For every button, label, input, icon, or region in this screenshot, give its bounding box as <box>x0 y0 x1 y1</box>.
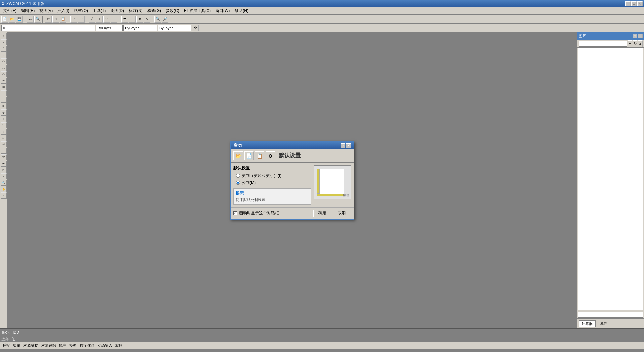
copy-button[interactable]: ⎘ <box>52 16 59 23</box>
dialog-close-button[interactable]: ✕ <box>346 143 351 148</box>
move-tool[interactable]: ✥ <box>1 109 7 116</box>
properties-tab[interactable]: 属性 <box>597 320 610 327</box>
new-button[interactable]: 📄 <box>1 16 8 23</box>
zoom-tool[interactable]: 🔍 <box>1 180 7 186</box>
dialog-open-button[interactable]: 📂 <box>233 151 243 160</box>
redo-button[interactable]: ↪ <box>78 16 85 23</box>
open-button[interactable]: 📂 <box>9 16 15 23</box>
polyline-tool[interactable]: ⌒ <box>1 46 7 52</box>
rotate-tool[interactable]: ↻ <box>1 122 7 128</box>
imperial-radio[interactable]: 英制（英尺和英寸）(I) <box>236 173 311 179</box>
preview-button[interactable]: 🔍 <box>34 16 41 23</box>
menu-item-12[interactable]: 帮助(H) <box>232 7 250 14</box>
circle-tool[interactable]: ○ <box>1 52 7 58</box>
menu-item-8[interactable]: 检查(G) <box>145 7 163 14</box>
array-tool[interactable]: ⊟ <box>1 167 7 173</box>
block-tool[interactable]: ⊞ <box>1 103 7 109</box>
scale-button[interactable]: ⤡ <box>144 16 150 23</box>
menu-item-2[interactable]: 视图(V) <box>37 7 55 14</box>
show-dialog-checkbox[interactable] <box>233 211 237 215</box>
spline-tool[interactable]: 〜 <box>1 78 7 84</box>
arc-button[interactable]: ◠ <box>103 16 110 23</box>
right-panel-filter-button[interactable]: ▼ <box>628 40 632 47</box>
fillet-tool[interactable]: ⌐ <box>1 148 7 154</box>
command-input[interactable] <box>19 329 643 335</box>
right-panel-close-button[interactable]: ✕ <box>638 34 643 38</box>
dialog-section-label: 默认设置 <box>279 152 301 159</box>
print-button[interactable]: 🖨 <box>27 16 34 23</box>
dialog-drawing-button[interactable]: 📋 <box>255 151 264 160</box>
lineweight-dropdown[interactable]: ByLayer <box>158 25 191 31</box>
right-panel-refresh-button[interactable]: ↻ <box>633 40 638 47</box>
menu-item-10[interactable]: ET扩展工具(X) <box>182 7 213 14</box>
mirror-button[interactable]: ⇌ <box>121 16 128 23</box>
dim-tool[interactable]: ↔ <box>1 97 7 103</box>
snap-status[interactable]: 捕捉 <box>1 343 11 348</box>
minimize-button[interactable]: — <box>625 1 631 6</box>
cut-button[interactable]: ✂ <box>45 16 52 23</box>
layer-tool[interactable]: ≡ <box>1 173 7 179</box>
digitizer-status[interactable]: 数字化仪 <box>78 343 96 348</box>
erase-tool[interactable]: ⌫ <box>1 154 7 160</box>
menu-item-4[interactable]: 格式(O) <box>72 7 90 14</box>
menu-item-3[interactable]: 插入(I) <box>55 7 71 14</box>
right-panel-float-button[interactable]: ◳ <box>633 34 637 38</box>
metric-radio[interactable]: 公制(M) <box>236 180 311 186</box>
paste-button[interactable]: 📋 <box>60 16 66 23</box>
text-tool[interactable]: A <box>1 90 7 96</box>
right-panel-bottom-input[interactable] <box>578 312 643 318</box>
menu-item-0[interactable]: 文件(F) <box>1 7 18 14</box>
hatch-tool[interactable]: ▦ <box>1 84 7 90</box>
menu-item-9[interactable]: 参数(C) <box>164 7 181 14</box>
save-button[interactable]: 💾 <box>16 16 23 23</box>
zoom-out-button[interactable]: 🔎 <box>162 16 168 23</box>
right-panel-search-input[interactable] <box>579 41 627 47</box>
dialog-settings-button[interactable]: ⚙ <box>266 151 275 160</box>
pan-tool[interactable]: ✋ <box>1 186 7 192</box>
rect-button[interactable]: □ <box>111 16 117 23</box>
line-tool[interactable]: ╱ <box>1 39 7 45</box>
linetype-dropdown[interactable]: ByLayer <box>123 25 157 31</box>
dialog-template-button[interactable]: 📄 <box>244 151 254 160</box>
zoom-in-button[interactable]: 🔍 <box>154 16 161 23</box>
dynin-status[interactable]: 动态输入 <box>96 343 114 348</box>
scale-tool[interactable]: ⤡ <box>1 129 7 135</box>
otrack-status[interactable]: 对象追踪 <box>40 343 57 348</box>
menu-item-7[interactable]: 标注(N) <box>127 7 145 14</box>
lineweight-status[interactable]: 线宽 <box>58 343 68 348</box>
color-dropdown[interactable]: ByLayer <box>96 25 123 31</box>
extend-tool[interactable]: ⊣ <box>1 141 7 147</box>
ellipse-tool[interactable]: ⬭ <box>1 71 7 77</box>
arc-tool[interactable]: ◠ <box>1 58 7 64</box>
separator-3 <box>68 16 69 23</box>
show-dialog-checkbox-label[interactable]: 启动时显示这个对话框 <box>233 210 279 216</box>
rotate-button[interactable]: ↻ <box>136 16 143 23</box>
maximize-button[interactable]: □ <box>631 1 637 6</box>
layer-dropdown[interactable]: 0 <box>1 25 95 31</box>
canvas-area[interactable]: 启动 ? ✕ 📂 📄 📋 ⚙ 默认设置 默认 <box>7 32 577 328</box>
dialog-help-button[interactable]: ? <box>341 143 345 148</box>
rect-tool[interactable]: ▭ <box>1 65 7 71</box>
menu-item-5[interactable]: 工具(T) <box>91 7 108 14</box>
osnap-status[interactable]: 对象捕捉 <box>22 343 40 348</box>
model-status[interactable]: 模型 <box>68 343 78 348</box>
inquiry-tool[interactable]: ? <box>1 192 7 199</box>
circle-button[interactable]: ○ <box>96 16 103 23</box>
close-button[interactable]: ✕ <box>637 1 643 6</box>
select-tool[interactable]: ↖ <box>1 33 7 39</box>
calculator-tab[interactable]: 计算器 <box>579 320 596 327</box>
menu-item-1[interactable]: 编辑(E) <box>19 7 37 14</box>
trim-tool[interactable]: ✁ <box>1 135 7 141</box>
line-button[interactable]: ╱ <box>89 16 95 23</box>
offset-button[interactable]: ⊡ <box>129 16 136 23</box>
copy-tool[interactable]: ⎘ <box>1 116 7 122</box>
undo-button[interactable]: ↩ <box>70 16 77 23</box>
cancel-button[interactable]: 取消 <box>333 210 351 217</box>
mirror-tool[interactable]: ⇌ <box>1 161 7 167</box>
right-panel-filter2-button[interactable]: ⊿ <box>638 40 643 47</box>
properties-button[interactable]: ⚙ <box>192 25 199 31</box>
ok-button[interactable]: 确定 <box>313 210 331 217</box>
polar-status[interactable]: 极轴 <box>12 343 22 348</box>
menu-item-11[interactable]: 窗口(W) <box>213 7 232 14</box>
menu-item-6[interactable]: 绘图(D) <box>108 7 126 14</box>
